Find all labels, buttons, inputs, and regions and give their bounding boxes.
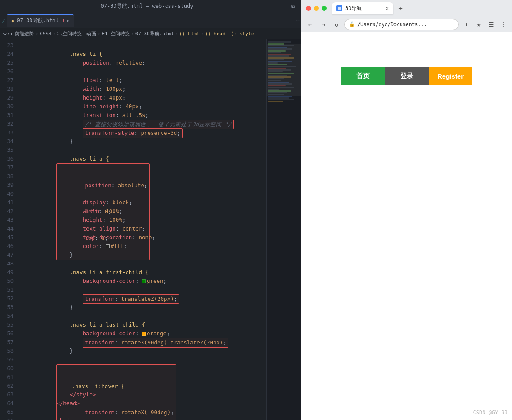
nav-preview-register-btn[interactable]: Register (429, 67, 472, 85)
browser-tab-label: 3D导航 (345, 5, 362, 12)
minimap-line (268, 97, 289, 99)
code-line-64 (24, 399, 266, 408)
ln-63: 63 (0, 390, 18, 399)
breadcrumb-style: ⟨⟩ style (231, 31, 254, 37)
ln-56: 56 (0, 329, 18, 338)
nav-preview-home-btn[interactable]: 首页 (341, 67, 385, 85)
ln-46: 46 (0, 242, 18, 251)
browser-active-tab[interactable]: 3D导航 ✕ (332, 2, 393, 14)
code-line-24: position: relative; (24, 50, 266, 59)
browser-bookmark-btn[interactable]: ★ (474, 19, 484, 30)
editor-tab-active[interactable]: ◆ 07-3D导航.html U ✕ (7, 14, 74, 27)
ln-52: 52 (0, 294, 18, 303)
code-line-65: <body> (24, 408, 266, 417)
code-line-54: .navs li a:last-child { (24, 312, 266, 320)
code-content: .navs li { position: relative; float: le… (18, 39, 266, 420)
code-line-25 (24, 59, 266, 67)
line-numbers: 23 24 25 26 27 28 29 30 31 32 33 34 35 3… (0, 39, 18, 420)
ln-54: 54 (0, 312, 18, 320)
ln-49: 49 (0, 268, 18, 277)
new-tab-button[interactable]: + (395, 3, 406, 14)
browser-back-btn[interactable]: ← (305, 19, 315, 30)
editor-tabbar: ⚡ ◆ 07-3D导航.html U ✕ ⋯ (0, 13, 301, 28)
tab-favicon (336, 5, 342, 11)
code-line-49: background-color: green; (24, 268, 266, 277)
code-line-26: float: left; (24, 67, 266, 76)
ln-42: 42 (0, 207, 18, 216)
browser-refresh-btn[interactable]: ↻ (331, 19, 342, 30)
breadcrumb-css3: CSS3 (40, 31, 52, 37)
ln-38: 38 (0, 172, 18, 181)
ln-60: 60 (0, 364, 18, 373)
ln-48: 48 (0, 259, 18, 268)
ln-32: 32 (0, 120, 18, 128)
code-line-36-38: position: absolute; left: 0; top: 0; (24, 155, 266, 181)
code-line-44: text-decoration: none; (24, 224, 266, 233)
window-controls: ⧉ (291, 3, 295, 10)
ln-34: 34 (0, 137, 18, 146)
ln-24: 24 (0, 50, 18, 59)
code-line-58 (24, 347, 266, 355)
ln-25: 25 (0, 59, 18, 67)
ln-45: 45 (0, 233, 18, 242)
browser-more-btn[interactable]: ⋮ (498, 19, 509, 30)
traffic-light-yellow[interactable] (314, 6, 319, 11)
code-line-55: background-color: orange; (24, 320, 266, 329)
code-line-53 (24, 303, 266, 312)
tab-close-btn[interactable]: ✕ (67, 18, 70, 24)
ln-30: 30 (0, 102, 18, 111)
ln-40: 40 (0, 189, 18, 198)
tab-options[interactable]: ⋯ (296, 17, 300, 24)
editor-breadcrumb: web-前端进阶 › CSS3 › 2.空间转换、动画 › 01-空间转换 › … (0, 28, 301, 39)
ln-64: 64 (0, 399, 18, 408)
browser-address-box[interactable]: 🔒 /Users/dyc/Documents... (344, 19, 459, 30)
ln-29: 29 (0, 93, 18, 102)
tab-label: 07-3D导航.html (17, 17, 59, 24)
ln-27: 27 (0, 76, 18, 85)
code-line-31: /* 直接父级添加该属性， 使子元素处于3d显示空间 */ (24, 111, 266, 120)
code-line-34 (24, 137, 266, 146)
traffic-light-green[interactable] (322, 6, 327, 11)
code-line-57: } (24, 338, 266, 347)
browser-chrome: 3D导航 ✕ + ← → ↻ 🔒 /Users/dyc/Documents...… (301, 0, 512, 32)
ln-57: 57 (0, 338, 18, 347)
ln-53: 53 (0, 303, 18, 312)
ln-51: 51 (0, 286, 18, 294)
breadcrumb-sep-6: › (201, 31, 204, 37)
code-line-52: } (24, 294, 266, 303)
editor-title: 07-3D导航.html — web-css-study (101, 3, 194, 10)
ln-36: 36 (0, 155, 18, 163)
breadcrumb-head: ⟨⟩ head (205, 31, 225, 37)
minimap-line (268, 99, 294, 100)
browser-tab-close-btn[interactable]: ✕ (386, 5, 389, 11)
tab-modified: U (62, 18, 64, 23)
traffic-light-red[interactable] (306, 6, 311, 11)
ln-23: 23 (0, 41, 18, 50)
code-line-41: width: 100%; (24, 198, 266, 207)
code-line-51: transform: translateZ(20px); (24, 286, 266, 294)
breadcrumb-2: 2.空间转换、动画 (57, 31, 96, 37)
ln-62: 62 (0, 382, 18, 390)
code-line-28: height: 40px; (24, 85, 266, 93)
code-line-42: height: 100%; (24, 207, 266, 216)
breadcrumb-text: web-前端进阶 (3, 31, 35, 37)
csdn-watermark: CSDN @GY-93 (473, 410, 508, 416)
code-line-27: width: 100px; (24, 76, 266, 85)
breadcrumb-file: 07-3D导航.html (135, 31, 174, 37)
breadcrumb-sep-2: › (53, 31, 56, 37)
nav-preview-login-btn[interactable]: 登录 (385, 67, 429, 85)
code-line-47 (24, 251, 266, 259)
address-lock-icon: 🔒 (349, 21, 355, 27)
breadcrumb-01: 01-空间转换 (102, 31, 130, 37)
breadcrumb-sep-5: › (175, 31, 178, 37)
code-lines: 23 24 25 26 27 28 29 30 31 32 33 34 35 3… (0, 39, 266, 420)
browser-forward-btn[interactable]: → (318, 19, 329, 30)
nav-preview: 首页 登录 Register (341, 67, 472, 85)
browser-share-btn[interactable]: ⬆ (461, 19, 472, 30)
editor-panel: 07-3D导航.html — web-css-study ⧉ ⚡ ◆ 07-3D… (0, 0, 301, 420)
browser-sidebar-btn[interactable]: ☰ (486, 19, 496, 30)
ln-39: 39 (0, 181, 18, 189)
code-line-56: transform: rotateX(90deg) translateZ(20p… (24, 329, 266, 338)
editor-minimap (266, 39, 301, 420)
code-line-63: </head> (24, 390, 266, 399)
